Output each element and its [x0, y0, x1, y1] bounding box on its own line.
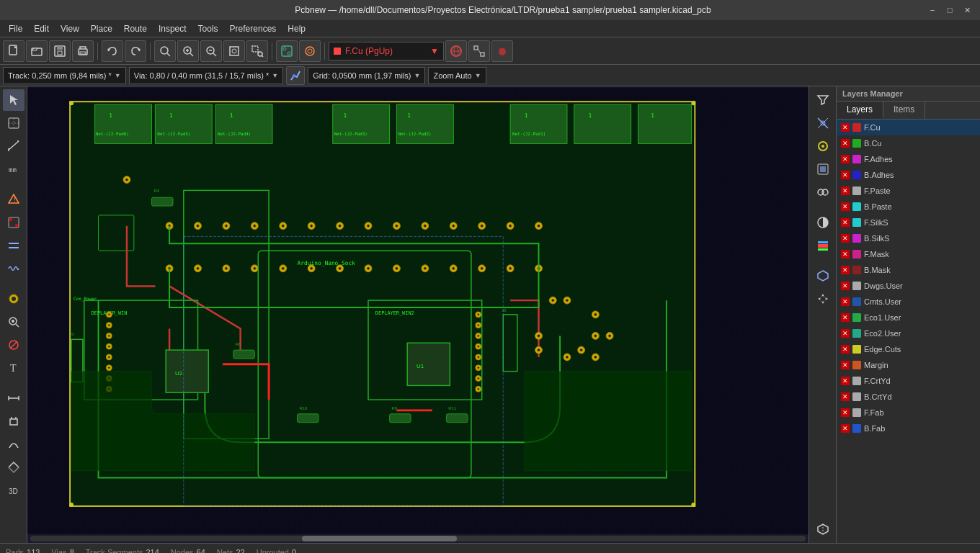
design-rules-button[interactable] [299, 40, 321, 62]
layer-row[interactable]: ✕F.Mask [837, 246, 980, 262]
route-track-tool[interactable] [3, 212, 24, 233]
menu-place[interactable]: Place [85, 22, 118, 35]
layer-selector[interactable]: F.Cu (PgUp) ▼ [329, 42, 444, 60]
selection-filter-button[interactable] [812, 89, 834, 111]
grid-selector[interactable]: Grid: 0,0500 mm (1,97 mils) ▼ [308, 67, 425, 84]
ratsnest-button-right[interactable] [812, 112, 834, 134]
menu-tools[interactable]: Tools [192, 22, 224, 35]
layer-hide-button[interactable]: ✕ [841, 218, 850, 227]
save-button[interactable] [49, 40, 71, 62]
3d-view-tool[interactable]: 3D [3, 480, 24, 501]
layer-row[interactable]: ✕F.Fab [837, 405, 980, 421]
drc-button-left[interactable]: ! [3, 189, 24, 210]
layer-row[interactable]: ✕F.Cu [837, 120, 980, 135]
layer-hide-button[interactable]: ✕ [841, 297, 850, 306]
layer-hide-button[interactable]: ✕ [841, 171, 850, 179]
select-tool[interactable] [3, 89, 24, 111]
layer-row[interactable]: ✕B.CrtYd [837, 389, 980, 405]
add-via-tool[interactable] [3, 288, 24, 310]
print-button[interactable] [72, 40, 94, 62]
layer-row[interactable]: ✕B.Cu [837, 135, 980, 151]
layer-hide-button[interactable]: ✕ [841, 139, 850, 148]
canvas-scrollbar[interactable] [27, 534, 808, 543]
layer-align-button[interactable] [812, 158, 834, 180]
menu-route[interactable]: Route [118, 22, 153, 35]
layer-row[interactable]: ✕B.Mask [837, 262, 980, 278]
layer-row[interactable]: ✕B.Paste [837, 199, 980, 215]
layer-hide-button[interactable]: ✕ [841, 377, 850, 385]
layer-hide-button[interactable]: ✕ [841, 424, 850, 433]
net-inspector-button[interactable] [445, 40, 467, 62]
layer-row[interactable]: ✕Eco1.User [837, 310, 980, 325]
via-selector[interactable]: Via: 0,80 / 0,40 mm (31,5 / 15,7 mils) *… [129, 67, 283, 84]
layer-row[interactable]: ✕B.Adhes [837, 167, 980, 183]
scrollbar-thumb[interactable] [302, 536, 457, 541]
tab-items[interactable]: Items [883, 102, 925, 119]
layer-hide-button[interactable]: ✕ [841, 313, 850, 322]
horizontal-scrollbar[interactable] [30, 536, 806, 541]
undo-button[interactable] [102, 40, 123, 62]
ratsnest-button[interactable] [468, 40, 490, 62]
dimension-tool[interactable] [3, 387, 24, 409]
search-tool-left[interactable] [3, 311, 24, 333]
minimize-button[interactable]: − [927, 4, 938, 16]
pcb-view[interactable]: 1 1 1 1 1 1 1 1 Net-(J2-Pad6) Net-(J2-Pa… [27, 86, 808, 543]
layer-hide-button[interactable]: ✕ [841, 202, 850, 211]
layer-hide-button[interactable]: ✕ [841, 282, 850, 290]
unit-toggle[interactable]: mm [3, 158, 24, 180]
menu-help[interactable]: Help [282, 22, 311, 35]
zoom-selection-button[interactable] [246, 40, 268, 62]
pcb-3d-view-button[interactable] [812, 265, 834, 287]
close-button[interactable]: ✕ [961, 4, 973, 16]
forbidden-tool[interactable] [3, 334, 24, 356]
layer-row[interactable]: ✕F.SilkS [837, 215, 980, 230]
layer-row[interactable]: ✕Margin [837, 357, 980, 373]
layer-hide-button[interactable]: ✕ [841, 266, 850, 274]
zoom-fit-button[interactable] [223, 40, 245, 62]
route-differential-tool[interactable] [3, 235, 24, 256]
layer-hide-button[interactable]: ✕ [841, 408, 850, 417]
pan-view-button[interactable] [812, 288, 834, 310]
layer-hide-button[interactable]: ✕ [841, 329, 850, 338]
grid-origin-tool[interactable] [3, 112, 24, 134]
layer-row[interactable]: ✕Dwgs.User [837, 278, 980, 294]
menu-file[interactable]: File [3, 22, 28, 35]
zoom-out-button[interactable] [200, 40, 222, 62]
layer-hide-button[interactable]: ✕ [841, 123, 850, 132]
layer-row[interactable]: ✕Edge.Cuts [837, 341, 980, 357]
flip-view-button[interactable] [812, 518, 834, 540]
layer-row[interactable]: ✕F.Paste [837, 183, 980, 199]
layer-hide-button[interactable]: ✕ [841, 186, 850, 195]
bug-report-button[interactable] [491, 40, 513, 62]
layer-row[interactable]: ✕F.CrtYd [837, 373, 980, 389]
layer-hide-button[interactable]: ✕ [841, 250, 850, 258]
pad-view-button[interactable] [812, 181, 834, 203]
contrast-button[interactable] [812, 212, 834, 233]
menu-view[interactable]: View [55, 22, 85, 35]
layer-hide-button[interactable]: ✕ [841, 361, 850, 369]
flip-board-tool[interactable] [3, 457, 24, 478]
layer-row[interactable]: ✕Cmts.User [837, 294, 980, 310]
board-setup-button[interactable] [276, 40, 298, 62]
highlight-net-button[interactable] [812, 135, 834, 157]
layer-hide-button[interactable]: ✕ [841, 234, 850, 243]
maximize-button[interactable]: □ [944, 4, 956, 16]
net-color-button[interactable] [812, 235, 834, 256]
tab-layers[interactable]: Layers [837, 102, 883, 119]
measurement-tool[interactable] [3, 135, 24, 157]
interactive-router-button[interactable] [286, 66, 305, 85]
pcb-canvas-area[interactable]: 1 1 1 1 1 1 1 1 Net-(J2-Pad6) Net-(J2-Pa… [27, 86, 808, 543]
text-tool[interactable]: T [3, 357, 24, 379]
zoom-selector[interactable]: Zoom Auto ▼ [428, 67, 486, 84]
menu-preferences[interactable]: Preferences [224, 22, 282, 35]
redo-button[interactable] [125, 40, 146, 62]
layer-hide-button[interactable]: ✕ [841, 155, 850, 163]
tune-track-tool[interactable] [3, 258, 24, 279]
menu-inspect[interactable]: Inspect [153, 22, 192, 35]
layer-hide-button[interactable]: ✕ [841, 392, 850, 401]
add-arc-tool[interactable] [3, 433, 24, 455]
layer-row[interactable]: ✕B.Fab [837, 421, 980, 436]
track-selector[interactable]: Track: 0,250 mm (9,84 mils) * ▼ [3, 67, 126, 84]
layer-row[interactable]: ✕Eco2.User [837, 325, 980, 341]
open-file-button[interactable] [26, 40, 48, 62]
